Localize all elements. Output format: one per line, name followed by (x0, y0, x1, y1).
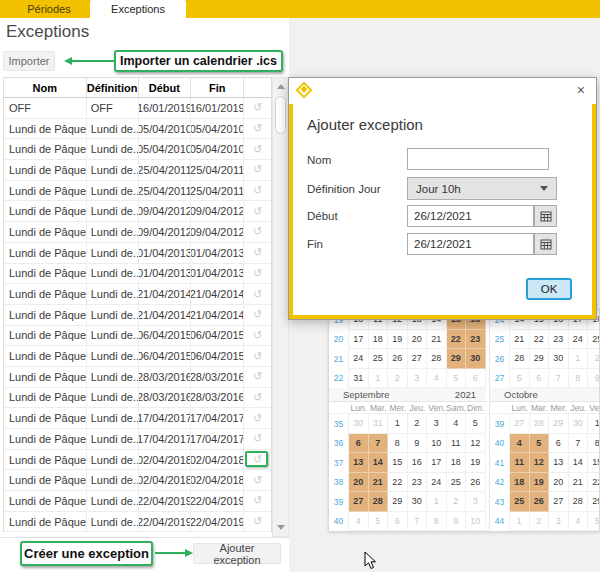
table-header-fin[interactable]: Fin (191, 78, 244, 97)
table-row[interactable]: Lundi de PâquesLundi de...25/04/201125/0… (4, 160, 271, 181)
calendar-day-cell[interactable]: 5 (466, 414, 486, 434)
table-scrollbar[interactable] (272, 77, 289, 537)
calendar-day-cell[interactable]: 26 (530, 492, 550, 512)
refresh-icon[interactable]: ↺ (253, 289, 262, 300)
ok-button[interactable]: OK (526, 278, 572, 300)
table-row[interactable]: Lundi de PâquesLundi de...28/03/201628/0… (4, 388, 271, 409)
table-row[interactable]: Lundi de PâquesLundi de...05/04/201005/0… (4, 119, 271, 140)
calendar-day-cell[interactable]: 1 (510, 512, 530, 532)
calendar-day-cell[interactable]: 27 (349, 492, 369, 512)
tab-exceptions[interactable]: Exceptions (90, 0, 186, 18)
calendar-day-cell[interactable]: 23 (466, 330, 486, 350)
calendar-day-cell[interactable]: 30 (349, 414, 369, 434)
table-row[interactable]: Lundi de PâquesLundi de...22/04/201922/0… (4, 491, 271, 512)
calendar-day-cell[interactable]: 1 (388, 414, 408, 434)
calendar-day-cell[interactable]: 29 (447, 349, 467, 369)
calendar-day-cell[interactable]: 23 (408, 473, 428, 493)
table-row[interactable]: Lundi de PâquesLundi de...09/04/201209/0… (4, 201, 271, 222)
calendar-day-cell[interactable]: 25 (447, 473, 467, 493)
calendar-day-cell[interactable]: 6 (530, 369, 550, 389)
calendar-day-cell[interactable]: 8 (427, 512, 447, 532)
scroll-down-icon[interactable] (277, 525, 285, 530)
calendar-day-cell[interactable]: 6 (549, 434, 569, 454)
table-row[interactable]: Lundi de PâquesLundi de...21/04/201421/0… (4, 305, 271, 326)
table-row[interactable]: Lundi de PâquesLundi de...01/04/201301/0… (4, 264, 271, 285)
table-row[interactable]: Lundi de PâquesLundi de...01/04/201301/0… (4, 243, 271, 264)
calendar-day-cell[interactable]: 19 (388, 330, 408, 350)
calendar-day-cell[interactable]: 7 (369, 434, 389, 454)
calendar-day-cell[interactable]: 4 (427, 369, 447, 389)
definition-jour-dropdown[interactable]: Jour 10h (407, 177, 557, 200)
calendar-day-cell[interactable]: 1 (569, 349, 589, 369)
calendar-day-cell[interactable]: 4 (510, 434, 530, 454)
calendar-day-cell[interactable]: 13 (349, 453, 369, 473)
calendar-day-cell[interactable]: 4 (447, 414, 467, 434)
calendar-day-cell[interactable]: 1 (427, 492, 447, 512)
calendar-day-cell[interactable]: 28 (369, 492, 389, 512)
calendar-day-cell[interactable]: 18 (369, 330, 389, 350)
calendar-day-cell[interactable]: 9 (408, 434, 428, 454)
calendar-day-cell[interactable]: 11 (510, 453, 530, 473)
calendar-day-cell[interactable]: 12 (530, 453, 550, 473)
refresh-icon[interactable]: ↺ (253, 247, 262, 258)
calendar-day-cell[interactable]: 20 (549, 473, 569, 493)
table-row[interactable]: Lundi de PâquesLundi de...02/04/201802/0… (4, 450, 271, 471)
refresh-icon[interactable]: ↺ (253, 495, 262, 506)
tab-periodes[interactable]: Périodes (8, 0, 90, 18)
calendar-day-cell[interactable]: 28 (427, 349, 447, 369)
calendar-day-cell[interactable]: 28 (530, 414, 550, 434)
calendar-day-cell[interactable]: 2 (530, 512, 550, 532)
calendar-day-cell[interactable]: 6 (349, 434, 369, 454)
calendar-day-cell[interactable]: 22 (530, 330, 550, 350)
calendar-day-cell[interactable]: 21 (569, 473, 589, 493)
calendar-day-cell[interactable]: 31 (369, 414, 389, 434)
calendar-day-cell[interactable]: 7 (549, 369, 569, 389)
calendar-day-cell[interactable]: 20 (349, 473, 369, 493)
calendar-day-cell[interactable]: 2 (447, 492, 467, 512)
table-row[interactable]: Lundi de PâquesLundi de...09/04/201209/0… (4, 222, 271, 243)
calendar-day-cell[interactable]: 5 (588, 512, 600, 532)
calendar-day-cell[interactable]: 2 (408, 414, 428, 434)
table-row[interactable]: Lundi de PâquesLundi de...28/03/201628/0… (4, 367, 271, 388)
table-row[interactable]: Lundi de PâquesLundi de...17/04/201717/0… (4, 408, 271, 429)
calendar-day-cell[interactable]: 28 (569, 492, 589, 512)
fin-input[interactable] (407, 233, 534, 255)
refresh-icon[interactable]: ↺ (253, 309, 262, 320)
calendar-day-cell[interactable]: 18 (510, 473, 530, 493)
calendar-day-cell[interactable]: 24 (569, 330, 589, 350)
refresh-icon[interactable]: ↺ (253, 102, 262, 113)
table-row[interactable]: OFFOFF16/01/201916/01/2019↺ (4, 98, 271, 119)
calendar-day-cell[interactable]: 30 (408, 492, 428, 512)
calendar-day-cell[interactable]: 5 (530, 434, 550, 454)
close-icon[interactable]: × (577, 82, 585, 98)
calendar-day-cell[interactable]: 30 (569, 414, 589, 434)
refresh-icon[interactable]: ↺ (253, 226, 262, 237)
calendar-day-cell[interactable]: 15 (588, 453, 600, 473)
calendar-day-cell[interactable]: 6 (388, 512, 408, 532)
calendar-day-cell[interactable]: 16 (408, 453, 428, 473)
refresh-icon[interactable]: ↺ (253, 330, 262, 341)
debut-calendar-picker-button[interactable] (534, 205, 557, 227)
calendar-day-cell[interactable]: 13 (549, 453, 569, 473)
table-header-definition[interactable]: Définition (87, 78, 139, 97)
table-row[interactable]: Lundi de PâquesLundi de...05/04/201005/0… (4, 139, 271, 160)
refresh-icon[interactable]: ↺ (253, 268, 262, 279)
calendar-day-cell[interactable]: 5 (369, 512, 389, 532)
table-row[interactable]: Lundi de PâquesLundi de...25/04/201125/0… (4, 181, 271, 202)
calendar-day-cell[interactable]: 7 (408, 512, 428, 532)
calendar-day-cell[interactable]: 8 (588, 434, 600, 454)
table-row[interactable]: Lundi de PâquesLundi de...06/04/201506/0… (4, 346, 271, 367)
calendar-day-cell[interactable]: 8 (569, 369, 589, 389)
scroll-up-icon[interactable] (277, 84, 285, 89)
calendar-day-cell[interactable]: 14 (569, 453, 589, 473)
scrollbar-thumb[interactable] (275, 96, 286, 134)
calendar-day-cell[interactable]: 7 (569, 434, 589, 454)
calendar-day-cell[interactable]: 10 (427, 434, 447, 454)
calendar-day-cell[interactable]: 26 (466, 473, 486, 493)
calendar-day-cell[interactable]: 23 (549, 330, 569, 350)
refresh-icon[interactable]: ↺ (253, 392, 262, 403)
calendar-day-cell[interactable]: 21 (427, 330, 447, 350)
calendar-day-cell[interactable]: 29 (388, 492, 408, 512)
calendar-day-cell[interactable]: 4 (349, 512, 369, 532)
calendar-day-cell[interactable]: 24 (349, 349, 369, 369)
